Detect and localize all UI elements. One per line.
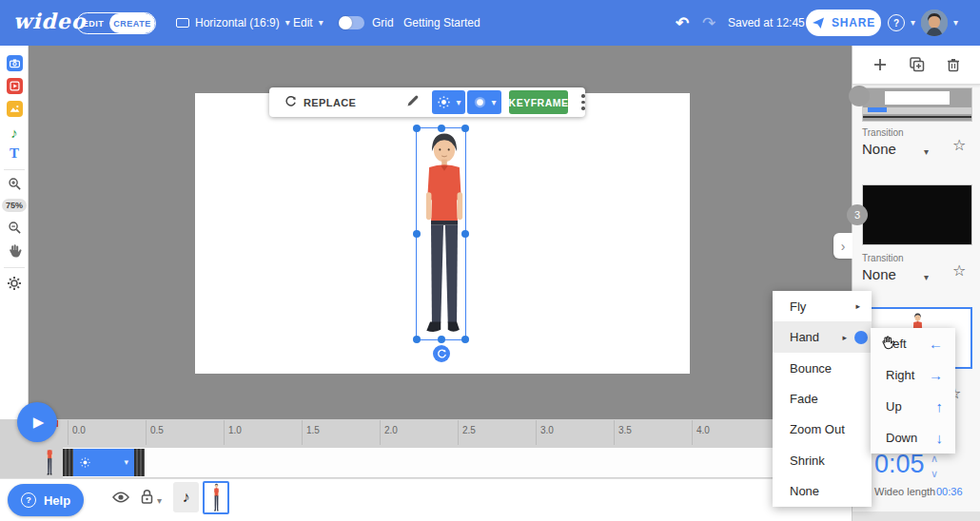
submenu-item-up[interactable]: Up ↑ bbox=[871, 391, 955, 422]
keyframe-button[interactable]: KEYFRAME bbox=[509, 90, 569, 114]
add-scene-button[interactable] bbox=[872, 57, 888, 72]
help-menu[interactable]: ? ▾ bbox=[888, 0, 915, 46]
gear-icon bbox=[7, 276, 22, 291]
rotate-handle[interactable] bbox=[433, 345, 450, 362]
edit-mode-button[interactable]: EDIT bbox=[77, 13, 109, 33]
play-button[interactable]: ▶ bbox=[17, 402, 57, 442]
question-icon: ? bbox=[888, 14, 905, 31]
edit-element-button[interactable] bbox=[406, 94, 420, 111]
chevron-down-icon[interactable]: ▾ bbox=[157, 496, 162, 506]
clip-character-thumbnail[interactable] bbox=[39, 450, 61, 476]
zoom-in-button[interactable] bbox=[0, 177, 29, 191]
zoom-out-button[interactable] bbox=[0, 221, 29, 235]
submenu-item-right[interactable]: Right → bbox=[871, 359, 955, 391]
chevron-down-icon[interactable]: ▾ bbox=[124, 458, 128, 467]
delete-scene-button[interactable] bbox=[946, 57, 961, 72]
duplicate-scene-button[interactable] bbox=[909, 56, 926, 73]
wideo-logo[interactable]: wideo bbox=[13, 9, 86, 33]
menu-item-fade[interactable]: Fade bbox=[773, 383, 872, 414]
getting-started-link[interactable]: Getting Started bbox=[403, 0, 480, 46]
resize-handle-s[interactable] bbox=[438, 336, 445, 343]
menu-item-fly[interactable]: Fly ▸ bbox=[773, 291, 872, 321]
aspect-ratio-icon bbox=[176, 18, 189, 28]
toolbar-divider bbox=[4, 267, 25, 268]
menu-item-zoom-out[interactable]: Zoom Out bbox=[773, 415, 872, 445]
more-options-button[interactable] bbox=[581, 94, 585, 110]
saved-status: Saved at 12:45 bbox=[728, 0, 805, 46]
resize-handle-w[interactable] bbox=[413, 230, 421, 238]
settings-button[interactable] bbox=[0, 276, 29, 291]
chevron-down-icon[interactable]: ▾ bbox=[924, 146, 929, 157]
clip-trim-handle-left[interactable] bbox=[63, 449, 73, 476]
scene-3-thumbnail[interactable] bbox=[862, 184, 972, 245]
photo-tool-button[interactable] bbox=[0, 55, 29, 71]
zoom-level-badge[interactable]: 75% bbox=[0, 199, 29, 212]
edit-menu-dropdown[interactable]: Edit ▾ bbox=[293, 0, 323, 46]
selection-bounding-box[interactable] bbox=[416, 127, 466, 340]
panel-bottom-strip bbox=[853, 511, 980, 521]
visibility-toggle[interactable] bbox=[112, 491, 129, 508]
redo-button[interactable]: ↷ bbox=[702, 0, 715, 46]
send-icon bbox=[812, 16, 825, 29]
resize-handle-e[interactable] bbox=[461, 230, 469, 238]
image-tool-button[interactable] bbox=[0, 101, 29, 117]
share-button[interactable]: SHARE bbox=[806, 10, 881, 36]
resize-handle-ne[interactable] bbox=[461, 125, 469, 132]
arrow-right-icon: → bbox=[929, 367, 943, 383]
menu-item-none[interactable]: None bbox=[773, 476, 872, 507]
text-tool-button[interactable]: T bbox=[0, 145, 29, 162]
audio-track-button[interactable]: ♪ bbox=[173, 482, 199, 512]
menu-item-bounce[interactable]: Bounce bbox=[773, 353, 872, 383]
chevron-down-icon: ▾ bbox=[953, 18, 958, 28]
grid-toggle-knob bbox=[339, 16, 352, 29]
star-icon[interactable]: ☆ bbox=[952, 136, 966, 154]
edit-create-toggle[interactable]: EDIT CREATE bbox=[76, 12, 156, 34]
replace-button[interactable]: REPLACE bbox=[284, 96, 356, 108]
star-icon[interactable]: ☆ bbox=[952, 261, 966, 280]
duration-increase-stepper[interactable]: ∧ bbox=[931, 453, 938, 465]
duration-decrease-stepper[interactable]: ∨ bbox=[931, 468, 938, 480]
undo-button[interactable]: ↶ bbox=[676, 0, 689, 46]
ruler-tick: 0.5 bbox=[150, 425, 164, 435]
ruler-tick: 3.5 bbox=[618, 425, 632, 435]
resize-handle-sw[interactable] bbox=[413, 336, 421, 343]
ruler-tick: 1.0 bbox=[228, 425, 242, 435]
scene-duration-value[interactable]: 0:05 bbox=[874, 450, 925, 479]
music-note-icon: ♪ bbox=[10, 125, 18, 141]
ruler-tick: 2.5 bbox=[462, 425, 476, 435]
resize-handle-nw[interactable] bbox=[413, 125, 421, 132]
share-label: SHARE bbox=[832, 16, 875, 29]
animation-in-dropdown[interactable]: ▾ bbox=[432, 90, 465, 114]
video-icon bbox=[7, 78, 23, 94]
resize-handle-n[interactable] bbox=[438, 125, 445, 132]
account-menu[interactable]: ▾ bbox=[921, 0, 958, 46]
music-tool-button[interactable]: ♪ bbox=[0, 125, 29, 141]
submenu-item-down[interactable]: Down ↓ bbox=[871, 422, 955, 453]
menu-item-hand[interactable]: Hand ▸ bbox=[773, 321, 872, 352]
timeline-track-lane[interactable] bbox=[63, 448, 852, 477]
collapse-panel-button[interactable]: › bbox=[833, 233, 853, 259]
clip-trim-handle-right[interactable] bbox=[134, 449, 145, 476]
grid-toggle[interactable] bbox=[339, 16, 364, 29]
selected-element-thumbnail[interactable] bbox=[203, 481, 229, 514]
create-mode-button[interactable]: CREATE bbox=[109, 13, 155, 33]
lock-toggle[interactable] bbox=[140, 489, 154, 509]
animation-clip-bar[interactable]: ▾ bbox=[73, 449, 134, 476]
video-tool-button[interactable] bbox=[0, 78, 29, 94]
resize-handle-se[interactable] bbox=[461, 336, 469, 343]
help-button[interactable]: ? Help bbox=[8, 484, 84, 516]
wideo-editor-app: wideo EDIT CREATE Horizontal (16:9) ▾ Ed… bbox=[0, 0, 980, 521]
chevron-down-icon: ▾ bbox=[319, 18, 323, 28]
zoom-out-icon bbox=[8, 221, 22, 235]
pan-tool-button[interactable] bbox=[0, 242, 29, 258]
zoom-in-icon bbox=[8, 177, 22, 191]
question-icon: ? bbox=[21, 492, 36, 508]
scene-2-badge bbox=[849, 86, 870, 106]
aspect-ratio-dropdown[interactable]: Horizontal (16:9) ▾ bbox=[176, 0, 290, 46]
menu-item-shrink[interactable]: Shrink bbox=[773, 445, 872, 475]
scene-2-thumbnail[interactable] bbox=[862, 87, 972, 122]
animation-out-dropdown[interactable]: ▾ bbox=[467, 90, 500, 114]
transition-value-dropdown[interactable]: None bbox=[862, 141, 896, 157]
chevron-down-icon[interactable]: ▾ bbox=[924, 272, 929, 282]
transition-value-dropdown[interactable]: None bbox=[862, 266, 896, 282]
